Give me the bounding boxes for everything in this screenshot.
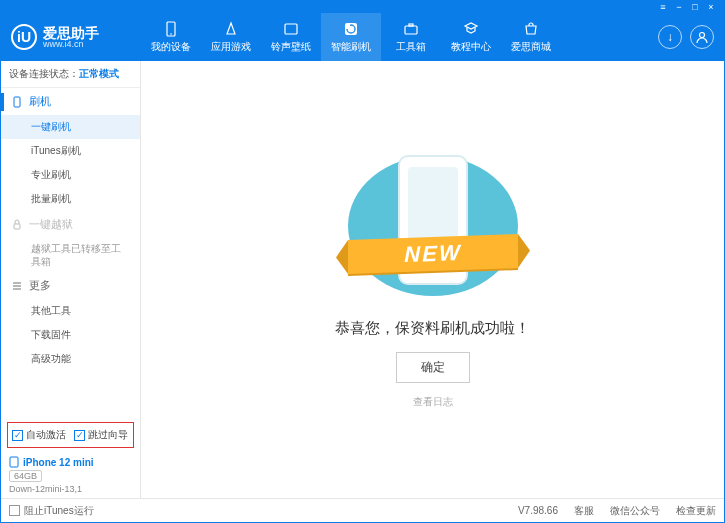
phone-icon <box>9 456 19 468</box>
logo[interactable]: iU 爱思助手 www.i4.cn <box>11 24 141 50</box>
tutorial-icon <box>462 20 480 38</box>
section-flash: 刷机 一键刷机 iTunes刷机 专业刷机 批量刷机 <box>1 88 140 211</box>
svg-rect-5 <box>409 24 413 26</box>
checkbox-block-itunes[interactable] <box>9 505 20 516</box>
nav-tutorial[interactable]: 教程中心 <box>441 13 501 61</box>
svg-rect-2 <box>285 24 297 34</box>
nav-flash[interactable]: 智能刷机 <box>321 13 381 61</box>
header: iU 爱思助手 www.i4.cn 我的设备 应用游戏 铃声壁纸 智能刷机 <box>1 13 724 61</box>
nav-label: 我的设备 <box>151 40 191 54</box>
section-title: 刷机 <box>29 94 51 109</box>
app-url: www.i4.cn <box>43 40 99 49</box>
titlebar: ≡ − □ × <box>1 1 724 13</box>
status-label: 设备连接状态： <box>9 68 79 79</box>
status-value: 正常模式 <box>79 68 119 79</box>
maximize-icon[interactable]: □ <box>690 2 700 12</box>
success-message: 恭喜您，保资料刷机成功啦！ <box>335 319 530 338</box>
svg-rect-4 <box>405 26 417 34</box>
connection-status: 设备连接状态：正常模式 <box>1 61 140 88</box>
nav-label: 爱思商城 <box>511 40 551 54</box>
sidebar: 设备连接状态：正常模式 刷机 一键刷机 iTunes刷机 专业刷机 批量刷机 <box>1 61 141 498</box>
footer: 阻止iTunes运行 V7.98.66 客服 微信公众号 检查更新 <box>1 498 724 522</box>
list-icon <box>11 280 23 292</box>
footer-service-link[interactable]: 客服 <box>574 504 594 518</box>
device-name: iPhone 12 mini <box>23 457 94 468</box>
phone-icon <box>162 20 180 38</box>
header-right: ↓ <box>658 25 714 49</box>
sidebar-item-itunes-flash[interactable]: iTunes刷机 <box>1 139 140 163</box>
store-icon <box>522 20 540 38</box>
device-storage: 64GB <box>9 470 42 482</box>
section-title: 一键越狱 <box>29 217 73 232</box>
svg-rect-7 <box>14 97 20 107</box>
wallpaper-icon <box>282 20 300 38</box>
nav-store[interactable]: 爱思商城 <box>501 13 561 61</box>
flash-icon <box>342 20 360 38</box>
footer-wechat-link[interactable]: 微信公众号 <box>610 504 660 518</box>
sidebar-item-other-tools[interactable]: 其他工具 <box>1 299 140 323</box>
nav-label: 铃声壁纸 <box>271 40 311 54</box>
logo-icon: iU <box>11 24 37 50</box>
nav-label: 应用游戏 <box>211 40 251 54</box>
section-more: 更多 其他工具 下载固件 高级功能 <box>1 272 140 371</box>
logo-text: 爱思助手 www.i4.cn <box>43 26 99 49</box>
section-jailbreak: 一键越狱 越狱工具已转移至工具箱 <box>1 211 140 272</box>
app-name: 爱思助手 <box>43 26 99 40</box>
section-more-header[interactable]: 更多 <box>1 272 140 299</box>
footer-update-link[interactable]: 检查更新 <box>676 504 716 518</box>
main-nav: 我的设备 应用游戏 铃声壁纸 智能刷机 工具箱 教程中心 <box>141 13 658 61</box>
sidebar-item-batch-flash[interactable]: 批量刷机 <box>1 187 140 211</box>
jailbreak-note: 越狱工具已转移至工具箱 <box>1 238 140 272</box>
main-content: NEW 恭喜您，保资料刷机成功啦！ 确定 查看日志 <box>141 61 724 498</box>
svg-point-6 <box>700 33 705 38</box>
close-icon[interactable]: × <box>706 2 716 12</box>
success-illustration: NEW <box>338 151 528 301</box>
view-log-link[interactable]: 查看日志 <box>413 395 453 409</box>
sidebar-item-pro-flash[interactable]: 专业刷机 <box>1 163 140 187</box>
version-label: V7.98.66 <box>518 505 558 516</box>
checkbox-icon: ✓ <box>74 430 85 441</box>
nav-wallpaper[interactable]: 铃声壁纸 <box>261 13 321 61</box>
device-model: Down-12mini-13,1 <box>9 484 132 494</box>
toolbox-icon <box>402 20 420 38</box>
download-button[interactable]: ↓ <box>658 25 682 49</box>
svg-rect-8 <box>14 224 20 229</box>
checkbox-skip-guide[interactable]: ✓ 跳过向导 <box>74 428 128 442</box>
options-box: ✓ 自动激活 ✓ 跳过向导 <box>7 422 134 448</box>
ok-button[interactable]: 确定 <box>396 352 470 383</box>
sidebar-item-oneclick-flash[interactable]: 一键刷机 <box>1 115 140 139</box>
nav-label: 教程中心 <box>451 40 491 54</box>
phone-icon <box>11 96 23 108</box>
svg-point-1 <box>170 33 172 35</box>
checkbox-icon: ✓ <box>12 430 23 441</box>
section-jailbreak-header: 一键越狱 <box>1 211 140 238</box>
block-itunes-label: 阻止iTunes运行 <box>24 504 94 518</box>
footer-left: 阻止iTunes运行 <box>9 504 94 518</box>
section-title: 更多 <box>29 278 51 293</box>
checkbox-auto-activate[interactable]: ✓ 自动激活 <box>12 428 66 442</box>
footer-right: V7.98.66 客服 微信公众号 检查更新 <box>518 504 716 518</box>
nav-label: 智能刷机 <box>331 40 371 54</box>
nav-apps[interactable]: 应用游戏 <box>201 13 261 61</box>
nav-toolbox[interactable]: 工具箱 <box>381 13 441 61</box>
minimize-icon[interactable]: − <box>674 2 684 12</box>
section-flash-header[interactable]: 刷机 <box>1 88 61 115</box>
body: 设备连接状态：正常模式 刷机 一键刷机 iTunes刷机 专业刷机 批量刷机 <box>1 61 724 498</box>
app-window: ≡ − □ × iU 爱思助手 www.i4.cn 我的设备 应用游戏 铃声壁纸 <box>0 0 725 523</box>
sidebar-item-advanced[interactable]: 高级功能 <box>1 347 140 371</box>
lock-icon <box>11 219 23 231</box>
svg-rect-12 <box>10 457 18 467</box>
nav-my-device[interactable]: 我的设备 <box>141 13 201 61</box>
nav-label: 工具箱 <box>396 40 426 54</box>
device-info[interactable]: iPhone 12 mini 64GB Down-12mini-13,1 <box>1 452 140 498</box>
device-name-row: iPhone 12 mini <box>9 456 132 468</box>
settings-icon[interactable]: ≡ <box>658 2 668 12</box>
new-banner: NEW <box>348 234 518 274</box>
sidebar-item-download-firmware[interactable]: 下载固件 <box>1 323 140 347</box>
checkbox-label: 自动激活 <box>26 428 66 442</box>
user-button[interactable] <box>690 25 714 49</box>
checkbox-label: 跳过向导 <box>88 428 128 442</box>
apps-icon <box>222 20 240 38</box>
